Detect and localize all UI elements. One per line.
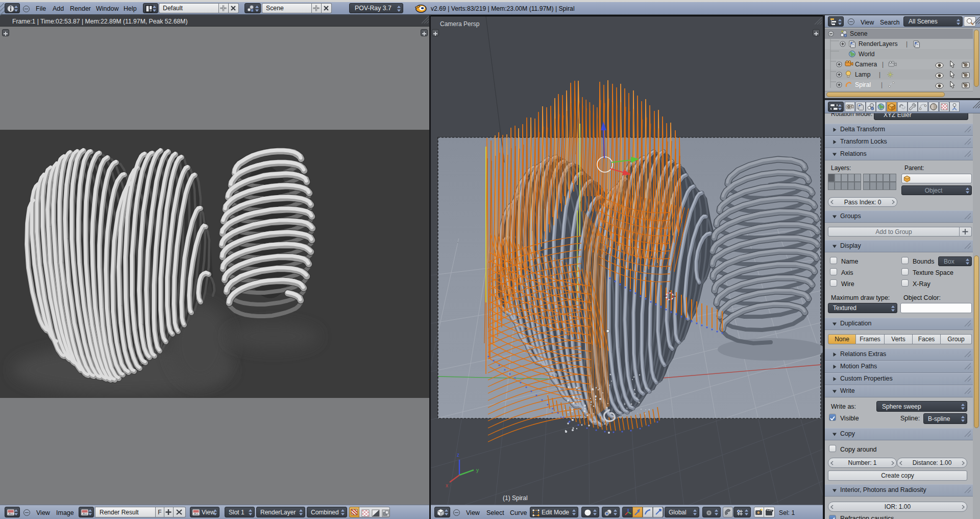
- svg-text:x: x: [446, 483, 448, 488]
- svg-text:y: y: [476, 467, 479, 473]
- svg-text:z: z: [457, 452, 459, 458]
